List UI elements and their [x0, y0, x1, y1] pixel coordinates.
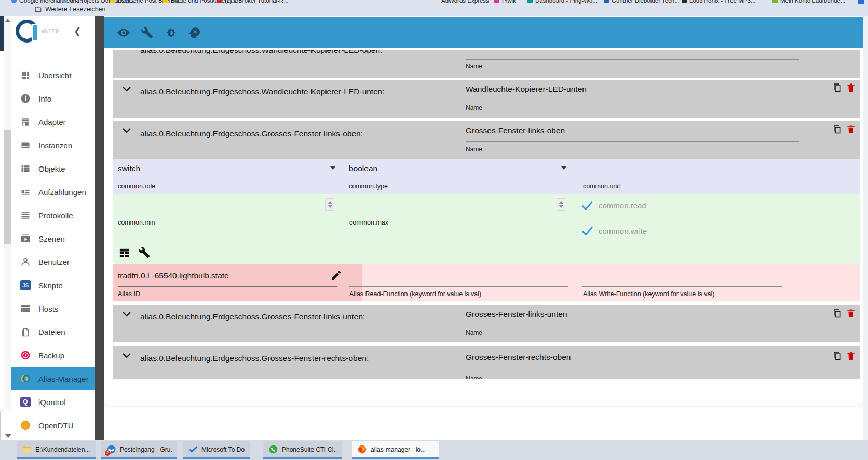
eye-button[interactable] — [117, 26, 130, 39]
bookmark-item[interactable]: Piwik — [494, 0, 516, 5]
dropdown-arrow-icon[interactable] — [561, 166, 566, 170]
sidebar-item-label: Info — [38, 94, 51, 103]
wrench-button[interactable] — [140, 26, 154, 39]
bookmark-item[interactable]: Mein Konto Laufbunde... — [772, 0, 845, 5]
number-stepper[interactable] — [557, 198, 565, 211]
bookmark-item[interactable]: LoudTronix - Free MP3... — [682, 0, 755, 5]
sidebar-item-adapter[interactable]: Adapter — [11, 110, 95, 133]
number-stepper[interactable] — [326, 198, 334, 211]
read-function-input[interactable] — [349, 270, 564, 279]
role-select[interactable]: switch — [118, 164, 140, 173]
chevron-down-icon[interactable] — [121, 84, 132, 96]
sidebar-item-hosts[interactable]: Hosts — [11, 297, 95, 320]
favicon — [217, 0, 222, 3]
alias-minmax-section: common.min common.max common.read common… — [113, 194, 860, 264]
chevron-down-icon[interactable] — [121, 309, 132, 322]
version-label: v6.12.0 — [42, 29, 59, 34]
sidebar-item-uebersicht[interactable]: Übersicht — [11, 64, 95, 87]
chevron-down-icon[interactable] — [121, 351, 132, 363]
name-input[interactable] — [466, 126, 798, 135]
taskbar-item-explorer[interactable]: E:\Kundendateien... — [17, 441, 96, 459]
name-input[interactable] — [466, 353, 798, 362]
write-label: common.write — [599, 227, 647, 235]
taskbar-item-alias-manager[interactable]: alias-manager - io... — [352, 441, 439, 459]
alias-row-grosses-fenster-links-unten: alias.0.Beleuchtung.Erdgeschoss.Grosses-… — [113, 305, 860, 342]
name-input[interactable] — [466, 85, 798, 94]
bookmark-item[interactable]: Günther Diebolder Tech... — [604, 0, 680, 5]
copy-icon[interactable] — [832, 308, 843, 319]
other-bookmarks-folder[interactable]: Weitere Lesezeichen — [34, 6, 106, 13]
alias-id-text: alias.0.Beleuchtung.Erdgeschoss.Grosses-… — [140, 354, 369, 363]
sidebar-item-dateien[interactable]: Dateien — [11, 320, 95, 343]
sidebar-item-iqontrol[interactable]: Q iQontrol — [11, 391, 95, 413]
copy-icon[interactable] — [832, 351, 843, 362]
sidebar-item-instanzen[interactable]: Instanzen — [11, 134, 95, 157]
sidebar-item-label: Adapter — [38, 118, 66, 127]
unit-input[interactable] — [582, 162, 798, 172]
brightness-button[interactable] — [164, 26, 177, 39]
trash-icon[interactable] — [846, 124, 857, 135]
trash-icon[interactable] — [846, 351, 857, 362]
collapse-sidebar-icon[interactable]: ❮ — [74, 26, 81, 37]
sidebar-item-aufzaehlungen[interactable]: Aufzählungen — [11, 180, 95, 203]
name-input[interactable] — [466, 310, 798, 319]
sidebar-item-label: Szenen — [38, 234, 65, 243]
min-input[interactable] — [118, 199, 323, 208]
adapter-toolbar — [104, 17, 863, 48]
sidebar-item-info[interactable]: Info — [11, 87, 95, 110]
favicon — [163, 0, 168, 3]
sidebar-item-objekte[interactable]: Objekte — [11, 157, 95, 180]
scroll-down-arrow-icon[interactable] — [5, 434, 11, 438]
sidebar-item-protokolle[interactable]: Protokolle — [11, 204, 95, 227]
sidebar-item-benutzer[interactable]: Benutzer — [11, 250, 95, 273]
name-label: Name — [466, 146, 482, 153]
taskbar-item-phonesuite[interactable]: PhoneSuite CTI Cl... — [263, 441, 342, 459]
name-label: Name — [466, 104, 482, 111]
server-icon — [20, 303, 31, 314]
alias-target-section: Alias ID Alias Read-Function (keyword fo… — [113, 264, 860, 301]
min-underline — [118, 215, 337, 215]
alias-row-partial: alias.0.Beleuchtung.Erdgeschoss.Wandleuc… — [113, 50, 860, 78]
sidebar-item-szenen[interactable]: Szenen — [11, 227, 95, 250]
chevron-down-icon[interactable] — [121, 126, 132, 138]
unit-label: common.unit — [583, 183, 620, 190]
background-window-edge — [0, 16, 4, 51]
dropdown-arrow-icon[interactable] — [330, 166, 335, 170]
max-input[interactable] — [349, 199, 554, 208]
trash-icon[interactable] — [846, 82, 857, 94]
write-checkbox[interactable] — [580, 224, 594, 240]
bookmark-item[interactable]: AdWords Express — [441, 0, 489, 5]
read-checkbox[interactable] — [580, 199, 594, 214]
sidebar-item-skripte[interactable]: JS Skripte — [11, 274, 95, 297]
backup-clock-icon — [20, 350, 31, 361]
trash-icon[interactable] — [846, 308, 857, 319]
copy-icon[interactable] — [832, 82, 843, 94]
taskbar-item-posteingang[interactable]: 2 Posteingang - Gru... — [101, 441, 177, 459]
write-function-input[interactable] — [582, 270, 780, 279]
background-scrollbar-thumb[interactable] — [4, 130, 11, 244]
name-underline — [466, 325, 799, 325]
type-underline — [349, 179, 568, 179]
sidebar-content-gap — [95, 16, 104, 440]
name-label: Name — [466, 375, 482, 379]
taskbar-item-microsoft-todo[interactable]: Microsoft To Do — [183, 441, 250, 459]
sidebar-item-alias-manager[interactable]: Alias-Manager — [11, 367, 95, 390]
type-select[interactable]: boolean — [349, 164, 377, 173]
read-function-label: Alias Read-Function (keyword for value i… — [349, 290, 481, 298]
sidebar-item-opendtu[interactable]: OpenDTU — [11, 414, 95, 437]
favicon — [11, 0, 17, 3]
psychology-button[interactable] — [187, 26, 200, 39]
sidebar-item-backup[interactable]: Backup — [11, 344, 95, 367]
bookmark-item[interactable]: (2) ioBroker Tutorial-R... — [217, 0, 289, 5]
max-underline — [349, 215, 568, 215]
edit-pencil-icon[interactable] — [331, 270, 342, 281]
browser-scrollbar[interactable] — [863, 16, 868, 440]
copy-icon[interactable] — [832, 124, 843, 135]
bookmark-item[interactable]: Dashboard - Ping-Wo... — [527, 0, 598, 5]
alias-id-input[interactable] — [118, 271, 326, 281]
alias-id-text: alias.0.Beleuchtung.Erdgeschoss.Wandleuc… — [140, 87, 385, 96]
scroll-up-arrow-icon[interactable] — [5, 19, 10, 22]
alias-row-grosses-fenster-links-oben: alias.0.Beleuchtung.Erdgeschoss.Grosses-… — [113, 121, 860, 159]
states-table-icon[interactable] — [118, 247, 130, 259]
settings-wrench-icon[interactable] — [138, 246, 150, 258]
